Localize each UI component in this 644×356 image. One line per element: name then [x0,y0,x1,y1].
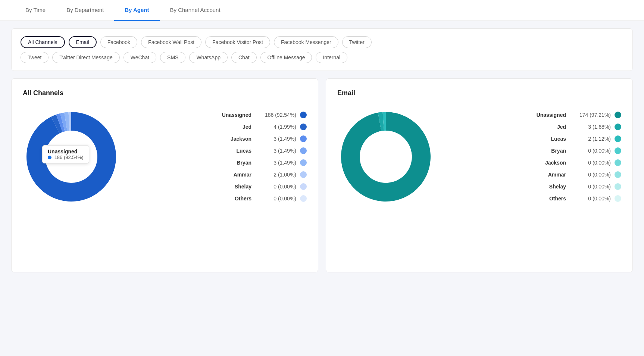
legend-item-label: Ammar [548,172,566,178]
legend-item-value: 0 (0.00%) [570,160,611,166]
filter-all-channels[interactable]: All Channels [21,36,65,48]
filter-email[interactable]: Email [69,36,97,48]
legend-item-label: Jed [243,124,251,130]
legend-item-value: 4 (1.99%) [255,124,296,130]
filter-facebook-messenger[interactable]: Facebook Messenger [274,36,338,48]
legend-dot [615,171,621,178]
legend-dot [615,183,621,190]
filter-facebook-visitor-post[interactable]: Facebook Visitor Post [205,36,270,48]
legend-item-label: Jed [557,124,566,130]
legend-dot [300,171,307,178]
filter-chat[interactable]: Chat [231,52,257,63]
filter-area: All Channels Email Facebook Facebook Wal… [11,28,633,71]
legend-dot [615,147,621,154]
all-channels-title: All Channels [23,89,307,97]
legend-item-label: Bryan [237,160,251,166]
tab-by-time[interactable]: By Time [15,0,56,21]
legend-item: Ammar2 (1.00%) [131,171,307,178]
filter-row-1: All Channels Email Facebook Facebook Wal… [21,36,623,48]
legend-item-value: 2 (1.00%) [255,172,296,178]
legend-item-label: Unassigned [222,112,251,118]
tab-by-department[interactable]: By Department [56,0,114,21]
legend-dot [300,183,307,190]
legend-item-label: Others [549,196,566,202]
legend-dot [300,124,307,130]
charts-row: All Channels Unassigned 186 (92.54%) Una… [11,78,633,272]
legend-dot [300,135,307,142]
legend-item: Shelay0 (0.00%) [131,183,307,190]
tabs-bar: By Time By Department By Agent By Channe… [0,0,644,21]
legend-dot [300,112,307,118]
filter-facebook[interactable]: Facebook [100,36,137,48]
legend-item-value: 0 (0.00%) [255,196,296,202]
email-content: Unassigned174 (97.21%)Jed3 (1.68%)Lucas2… [337,108,621,205]
legend-dot [615,135,621,142]
legend-item-value: 3 (1.49%) [255,148,296,154]
legend-item-value: 0 (0.00%) [570,172,611,178]
filter-twitter[interactable]: Twitter [342,36,372,48]
filter-tweet[interactable]: Tweet [21,52,49,63]
legend-item: Shelay0 (0.00%) [446,183,621,190]
legend-item: Jed3 (1.68%) [446,124,621,130]
legend-item-label: Bryan [551,148,566,154]
legend-item-value: 3 (1.49%) [255,136,296,142]
email-svg [337,108,434,205]
legend-item-label: Others [235,196,251,202]
legend-item: Lucas2 (1.12%) [446,135,621,142]
legend-item-value: 0 (0.00%) [570,184,611,190]
filter-internal[interactable]: Internal [316,52,347,63]
legend-item-label: Lucas [551,136,566,142]
filter-wechat[interactable]: WeChat [124,52,156,63]
page-wrapper: By Time By Department By Agent By Channe… [0,0,644,272]
email-legend: Unassigned174 (97.21%)Jed3 (1.68%)Lucas2… [446,112,621,202]
legend-item-value: 2 (1.12%) [570,136,611,142]
all-channels-card: All Channels Unassigned 186 (92.54%) Una… [11,78,318,272]
legend-item-value: 0 (0.00%) [255,184,296,190]
filter-offline-message[interactable]: Offline Message [260,52,312,63]
legend-dot [300,159,307,166]
filter-row-2: Tweet Twitter Direct Message WeChat SMS … [21,52,623,63]
legend-item: Unassigned174 (97.21%) [446,112,621,118]
email-card: Email Unassigned174 (97.21%)Jed3 (1.68%)… [326,78,633,272]
legend-item-label: Shelay [549,184,566,190]
legend-item-value: 3 (1.68%) [570,124,611,130]
legend-item-label: Lucas [237,148,251,154]
email-title: Email [337,89,621,97]
legend-item: Ammar0 (0.00%) [446,171,621,178]
legend-dot [615,195,621,202]
legend-dot [300,147,307,154]
legend-item: Jackson0 (0.00%) [446,159,621,166]
legend-item-value: 3 (1.49%) [255,160,296,166]
filter-whatsapp[interactable]: WhatsApp [189,52,228,63]
legend-item: Jed4 (1.99%) [131,124,307,130]
legend-item-label: Unassigned [537,112,566,118]
legend-item-label: Jackson [545,160,566,166]
legend-dot [615,159,621,166]
filter-twitter-direct-message[interactable]: Twitter Direct Message [52,52,119,63]
all-channels-content: Unassigned 186 (92.54%) Unassigned186 (9… [23,108,307,205]
legend-item-label: Shelay [235,184,251,190]
legend-item-value: 0 (0.00%) [570,196,611,202]
legend-item-value: 186 (92.54%) [255,112,296,118]
legend-item: Lucas3 (1.49%) [131,147,307,154]
legend-item: Others0 (0.00%) [446,195,621,202]
legend-dot [300,195,307,202]
filter-sms[interactable]: SMS [160,52,185,63]
legend-item-value: 174 (97.21%) [570,112,611,118]
tab-by-agent[interactable]: By Agent [114,0,159,21]
tab-by-channel-account[interactable]: By Channel Account [160,0,231,21]
email-donut-wrapper [337,108,434,205]
legend-item: Bryan0 (0.00%) [446,147,621,154]
legend-item: Others0 (0.00%) [131,195,307,202]
legend-item-value: 0 (0.00%) [570,148,611,154]
legend-dot [615,112,621,118]
legend-item-label: Ammar [234,172,251,178]
legend-dot [615,124,621,130]
legend-item: Bryan3 (1.49%) [131,159,307,166]
filter-facebook-wall-post[interactable]: Facebook Wall Post [141,36,201,48]
all-channels-donut: Unassigned 186 (92.54%) [23,108,120,205]
all-channels-svg [23,108,120,205]
all-channels-legend: Unassigned186 (92.54%)Jed4 (1.99%)Jackso… [131,112,307,202]
legend-item: Jackson3 (1.49%) [131,135,307,142]
legend-item-label: Jackson [231,136,251,142]
